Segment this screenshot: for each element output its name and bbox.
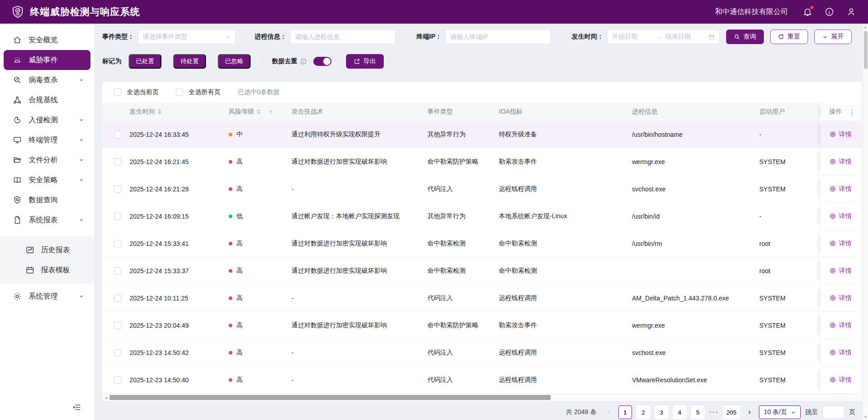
event-type-select[interactable]: 请选择事件类型 [138, 30, 236, 44]
user-icon[interactable] [846, 7, 856, 17]
sidebar-item-virus-scan[interactable]: 病毒查杀 [4, 70, 90, 90]
pages-ellipsis[interactable]: ••• [709, 409, 719, 416]
page-button-last[interactable]: 205 [723, 405, 739, 419]
vertical-scroll-thumb[interactable] [864, 31, 868, 69]
page-button-5[interactable]: 5 [691, 405, 705, 419]
reset-button[interactable]: 重置 [770, 30, 808, 44]
detail-link[interactable]: 详情 [829, 267, 852, 275]
export-button[interactable]: 导出 [346, 54, 384, 69]
jump-page-input[interactable] [823, 406, 844, 419]
detail-link[interactable]: 详情 [829, 294, 852, 302]
row-checkbox[interactable] [114, 376, 121, 384]
table-row[interactable]: 2025-12-24 10:11:25 高 - 代码注入 远程线程调用 AM_D… [102, 285, 862, 312]
column-settings-icon[interactable]: ⋮ [848, 108, 856, 116]
table-row[interactable]: 2025-12-24 15:33:37 高 通过对数据进行加密实现破坏影响 命中… [102, 257, 862, 285]
horizontal-scrollbar[interactable]: ◂ [102, 394, 862, 401]
sidebar-item-system-management[interactable]: 系统管理 [4, 286, 90, 306]
mark-handled-button[interactable]: 已处置 [129, 54, 161, 69]
sidebar-item-system-reports[interactable]: 系统报表 [4, 210, 90, 230]
next-page-icon[interactable] [744, 409, 754, 415]
sidebar-subitem-history-reports[interactable]: 历史报表 [0, 240, 94, 260]
sidebar-item-security-overview[interactable]: 安全概览 [4, 30, 90, 50]
info-circle-icon[interactable] [300, 58, 307, 65]
monitor-icon [13, 135, 22, 145]
row-checkbox[interactable] [114, 213, 121, 220]
table-row[interactable]: 2025-12-23 20:04:49 高 通过对数据进行加密实现破坏影响 命中… [102, 312, 862, 339]
cell-process: AM_Delta_Patch_1.443.278.0.exe [625, 295, 752, 302]
table-row[interactable]: 2025-12-24 15:33:41 高 通过对数据进行加密实现破坏影响 命中… [102, 230, 862, 257]
detail-link[interactable]: 详情 [829, 212, 852, 220]
sort-control[interactable] [257, 109, 261, 115]
view-icon [829, 158, 836, 165]
scroll-down-arrow-icon[interactable]: ▼ [863, 414, 868, 420]
info-circle-icon[interactable] [824, 7, 834, 17]
select-all-pages-checkbox[interactable] [176, 89, 183, 96]
collapse-sidebar-icon[interactable] [72, 403, 82, 412]
table-row[interactable]: 2025-12-24 16:33:45 中 通过利用特权升级实现权限提升 其他异… [102, 121, 862, 148]
prev-page-icon[interactable] [604, 409, 614, 415]
row-checkbox[interactable] [114, 295, 121, 302]
detail-link[interactable]: 详情 [829, 130, 852, 139]
scroll-left-arrow-icon[interactable]: ◂ [102, 395, 110, 400]
brand: 终端威胁检测与响应系统 [11, 5, 140, 19]
vertical-scrollbar[interactable]: ▲ ▼ [863, 24, 868, 420]
row-checkbox[interactable] [114, 158, 121, 165]
row-checkbox[interactable] [114, 322, 121, 329]
terminal-ip-input-wrap [445, 30, 551, 44]
row-checkbox[interactable] [114, 349, 121, 356]
table-row[interactable]: 2025-12-23 14:50:42 高 - 代码注入 远程线程调用 svch… [102, 339, 862, 366]
mark-pending-button[interactable]: 待处置 [173, 54, 206, 69]
notification-bell-icon[interactable] [803, 7, 813, 17]
sidebar-item-data-query[interactable]: 数据查询 [4, 190, 90, 210]
col-header-user: 启动用户 [752, 108, 820, 116]
row-checkbox[interactable] [114, 131, 121, 138]
page-size-select[interactable]: 10 条/页 [759, 405, 801, 419]
dedupe-label: 数据去重 [272, 57, 297, 65]
sidebar-item-threat-events[interactable]: 威胁事件 [4, 50, 90, 70]
filter-funnel-icon[interactable] [268, 109, 274, 115]
page-button-3[interactable]: 3 [655, 405, 668, 419]
search-button[interactable]: 查询 [726, 30, 764, 44]
date-range-picker[interactable]: 开始日期 → 结束日期 [607, 30, 720, 44]
chevron-up-icon [79, 217, 84, 223]
table-row[interactable]: 2025-12-23 14:50:40 高 - 代码注入 远程线程调用 VMwa… [102, 366, 862, 394]
app-logo-shield-icon [11, 5, 25, 19]
terminal-ip-input[interactable] [450, 33, 546, 40]
detail-link[interactable]: 详情 [829, 185, 852, 193]
sidebar-item-file-analysis[interactable]: 文件分析 [4, 150, 90, 170]
sidebar-item-security-policy[interactable]: 安全策略 [4, 170, 90, 190]
detail-link[interactable]: 详情 [829, 321, 852, 330]
shield-search-icon [13, 195, 22, 205]
horizontal-scroll-thumb[interactable] [110, 395, 551, 400]
table-row[interactable]: 2025-12-24 16:21:45 高 通过对数据进行加密实现破坏影响 命中… [102, 148, 862, 175]
dedupe-toggle[interactable] [313, 57, 331, 66]
sidebar-subitem-report-templates[interactable]: 报表模板 [0, 260, 94, 280]
row-checkbox[interactable] [114, 240, 121, 247]
sidebar-item-intrusion-detection[interactable]: 入侵检测 [4, 110, 90, 130]
expand-button[interactable]: 展开 [814, 30, 852, 44]
page-button-2[interactable]: 2 [637, 405, 650, 419]
row-checkbox[interactable] [114, 185, 121, 193]
detail-link[interactable]: 详情 [829, 349, 852, 357]
table-row[interactable]: 2025-12-24 16:09:15 低 通过帐户发现：本地帐户实现探测发现 … [102, 203, 862, 230]
cell-ioa: 本地系统帐户发现-Linux [492, 212, 625, 220]
cell-ioa: 特权升级准备 [492, 130, 625, 139]
process-input[interactable] [295, 33, 391, 40]
row-checkbox[interactable] [114, 267, 121, 275]
sidebar-item-endpoint-management[interactable]: 终端管理 [4, 130, 90, 150]
page-button-1[interactable]: 1 [618, 405, 632, 419]
table-row[interactable]: 2025-12-24 16:21:28 高 - 代码注入 远程线程调用 svch… [102, 175, 862, 203]
detail-link[interactable]: 详情 [829, 376, 852, 384]
scroll-up-arrow-icon[interactable]: ▲ [863, 24, 868, 30]
detail-link[interactable]: 详情 [829, 240, 852, 248]
cell-process: /usr/bin/hostname [625, 131, 752, 138]
sidebar-item-compliance-baseline[interactable]: 合规基线 [4, 90, 90, 110]
sort-control[interactable] [158, 109, 161, 115]
select-current-page-checkbox[interactable] [114, 89, 121, 96]
folder-open-icon [13, 155, 22, 165]
chevron-down-icon [791, 410, 796, 415]
page-button-4[interactable]: 4 [673, 405, 687, 419]
mark-ignored-button[interactable]: 已忽略 [218, 54, 251, 69]
detail-link[interactable]: 详情 [829, 158, 852, 166]
cell-risk: 高 [221, 185, 284, 193]
